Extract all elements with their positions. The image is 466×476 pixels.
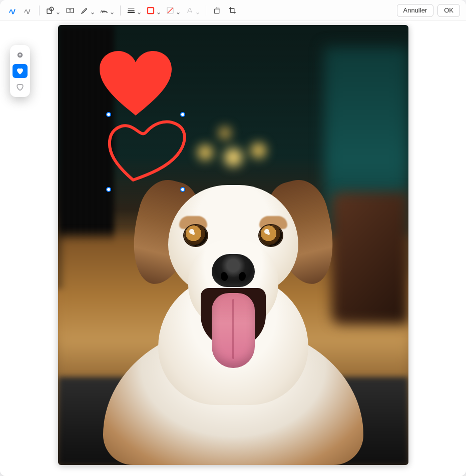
highlight-tool[interactable] [78, 4, 97, 18]
chevron-down-icon [110, 8, 114, 12]
rotate-icon [213, 6, 222, 15]
selection-handle[interactable] [180, 112, 185, 117]
fill-color-icon [166, 6, 175, 15]
chevron-down-icon [196, 8, 200, 12]
crop-tool[interactable] [225, 4, 239, 18]
heart-outline-icon [16, 82, 25, 92]
chevron-down-icon [176, 8, 180, 12]
chevron-down-icon [56, 8, 60, 12]
heart-filled-icon [98, 49, 173, 119]
selection-handle[interactable] [180, 187, 185, 192]
photo-subject [93, 170, 373, 465]
fill-color-tool[interactable] [164, 4, 182, 18]
popover-close[interactable] [13, 48, 28, 62]
cancel-button[interactable]: Annuller [397, 4, 434, 17]
shapes-tool[interactable] [44, 4, 62, 18]
highlighter-icon [80, 6, 89, 15]
markup-window: Annuller OK [0, 0, 466, 476]
chevron-down-icon [91, 8, 95, 12]
selection-handle[interactable] [106, 187, 111, 192]
markup-toolbar: Annuller OK [0, 0, 466, 21]
separator [39, 6, 40, 16]
annotation-heart-sketch[interactable] [103, 110, 193, 195]
svg-line-5 [168, 8, 173, 13]
sign-tool[interactable] [98, 4, 116, 18]
text-box-icon [66, 6, 75, 15]
separator [206, 6, 206, 16]
heart-filled-icon [16, 66, 25, 76]
heart-outline-icon [103, 110, 193, 190]
scribble-thin-icon [24, 6, 33, 15]
line-weight-icon [127, 6, 136, 15]
crop-icon [228, 6, 237, 15]
svg-rect-0 [47, 9, 52, 14]
selection-handle[interactable] [106, 112, 111, 117]
line-weight-tool[interactable] [125, 4, 143, 18]
sketch-suggestions-popover [10, 45, 30, 97]
text-style-tool[interactable] [183, 4, 202, 18]
ok-button[interactable]: OK [437, 4, 460, 17]
annotation-heart-filled[interactable] [98, 49, 173, 119]
svg-rect-6 [215, 9, 219, 14]
shapes-icon [46, 6, 55, 15]
draw-tool[interactable] [21, 4, 35, 18]
photo-canvas[interactable] [58, 25, 408, 465]
stroke-color-tool[interactable] [144, 4, 163, 18]
svg-rect-3 [148, 8, 154, 14]
text-style-icon [185, 6, 194, 15]
scribble-icon [9, 6, 18, 15]
close-circle-icon [17, 52, 24, 58]
suggestion-heart-filled[interactable] [13, 64, 28, 78]
suggestion-heart-outline[interactable] [13, 80, 28, 94]
signature-icon [100, 6, 109, 15]
chevron-down-icon [157, 8, 161, 12]
textbox-tool[interactable] [63, 4, 77, 18]
separator [120, 6, 121, 16]
stroke-color-icon [146, 6, 155, 15]
rotate-tool[interactable] [210, 4, 224, 18]
sketch-tool[interactable] [6, 4, 20, 18]
editor-content [0, 21, 466, 476]
chevron-down-icon [137, 8, 141, 12]
